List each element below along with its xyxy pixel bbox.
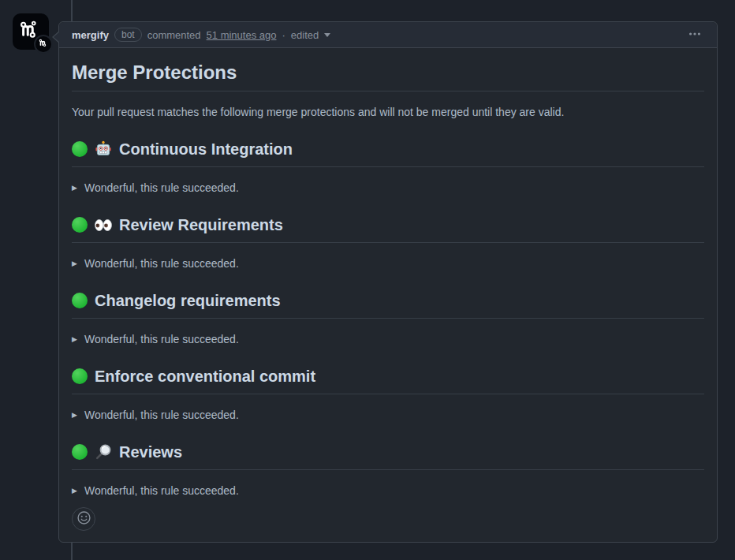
timestamp-link[interactable]: 51 minutes ago: [207, 29, 277, 41]
avatar[interactable]: [13, 13, 49, 50]
rule-title-label: Continuous Integration: [119, 138, 293, 160]
chevron-down-icon: [324, 33, 330, 37]
comment-body: Merge Protections Your pull request matc…: [59, 48, 717, 542]
bot-badge: bot: [114, 28, 142, 42]
rule-title-label: Changelog requirements: [95, 289, 281, 312]
rule-summary[interactable]: Wonderful, this rule succeeded.: [72, 407, 704, 424]
edited-toggle[interactable]: edited: [291, 29, 330, 41]
rule-title-label: Enforce conventional commit: [95, 365, 315, 387]
green-circle-icon: [72, 444, 88, 460]
magnifying-glass-icon: [95, 443, 112, 461]
green-circle-icon: [72, 368, 88, 384]
rule-heading-enforce-conventional-commit: Enforce conventional commit: [72, 365, 704, 394]
page-title: Merge Protections: [72, 61, 704, 91]
rule-details: Wonderful, this rule succeeded.: [72, 256, 704, 272]
eyes-icon: [95, 219, 112, 231]
comment-options-button[interactable]: [685, 24, 704, 46]
pr-timeline: mergify bot commented 51 minutes ago · e…: [0, 0, 735, 560]
rule-heading-continuous-integration: Continuous Integration: [72, 138, 704, 167]
rule-summary[interactable]: Wonderful, this rule succeeded.: [72, 483, 704, 499]
smiley-icon: [77, 511, 91, 527]
rule-title-label: Review Requirements: [119, 214, 283, 236]
green-circle-icon: [72, 217, 88, 233]
rule-details: Wonderful, this rule succeeded.: [72, 483, 704, 499]
comment-header: mergify bot commented 51 minutes ago · e…: [59, 22, 717, 48]
rule-details: Wonderful, this rule succeeded.: [72, 180, 704, 196]
action-text: commented: [147, 29, 201, 41]
rule-details: Wonderful, this rule succeeded.: [72, 331, 704, 348]
rule-heading-reviews: Reviews: [72, 441, 704, 470]
comment-card: mergify bot commented 51 minutes ago · e…: [58, 21, 718, 543]
robot-icon: [95, 140, 112, 158]
intro-text: Your pull request matches the following …: [72, 104, 704, 121]
rule-details: Wonderful, this rule succeeded.: [72, 407, 704, 424]
green-circle-icon: [72, 141, 88, 157]
edited-label: edited: [291, 29, 319, 41]
dot-separator: ·: [282, 29, 285, 41]
bot-mini-avatar-badge: [34, 35, 53, 54]
add-reaction-button[interactable]: [72, 507, 95, 531]
rule-summary[interactable]: Wonderful, this rule succeeded.: [72, 180, 704, 196]
author-login[interactable]: mergify: [72, 29, 109, 41]
rule-heading-review-requirements: Review Requirements: [72, 214, 704, 243]
rule-title-label: Reviews: [119, 441, 182, 463]
rule-summary[interactable]: Wonderful, this rule succeeded.: [72, 256, 704, 272]
rule-summary[interactable]: Wonderful, this rule succeeded.: [72, 331, 704, 348]
rule-heading-changelog-requirements: Changelog requirements: [72, 289, 704, 319]
mergify-mini-logo-icon: [39, 37, 49, 51]
green-circle-icon: [72, 293, 88, 308]
kebab-horizontal-icon: [688, 28, 701, 43]
